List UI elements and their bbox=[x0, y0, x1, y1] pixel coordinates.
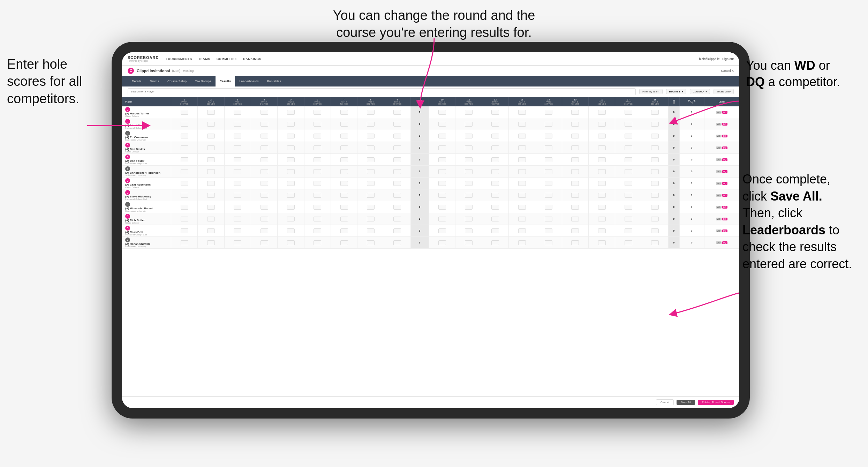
score-input-hole-7[interactable] bbox=[340, 169, 348, 174]
score-input-hole-6[interactable] bbox=[314, 169, 321, 174]
score-input-hole-18[interactable] bbox=[651, 205, 659, 210]
score-input-hole-15[interactable] bbox=[571, 193, 579, 198]
score-input-hole-8[interactable] bbox=[367, 228, 375, 233]
score-input-hole-1[interactable] bbox=[181, 145, 188, 150]
score-input-hole-18[interactable] bbox=[651, 134, 659, 138]
score-input-hole-9[interactable] bbox=[393, 205, 401, 210]
dq-button[interactable]: DQ bbox=[722, 158, 727, 161]
score-input-hole-4[interactable] bbox=[261, 217, 268, 221]
score-input-hole-6[interactable] bbox=[314, 205, 321, 210]
tab-tee-groups[interactable]: Tee Groups bbox=[191, 76, 216, 86]
score-input-hole-4[interactable] bbox=[261, 145, 268, 150]
score-input-hole-18[interactable] bbox=[651, 193, 659, 198]
score-input-hole-12[interactable] bbox=[491, 193, 499, 198]
search-input[interactable] bbox=[128, 88, 636, 95]
nav-rankings[interactable]: RANKINGS bbox=[243, 57, 261, 61]
score-input-hole-11[interactable] bbox=[465, 240, 473, 245]
tab-printables[interactable]: Printables bbox=[263, 76, 285, 86]
score-input-hole-10[interactable] bbox=[438, 157, 446, 162]
score-input-hole-11[interactable] bbox=[465, 193, 473, 198]
score-input-hole-8[interactable] bbox=[367, 193, 375, 198]
tab-course-setup[interactable]: Course Setup bbox=[163, 76, 191, 86]
score-input-hole-14[interactable] bbox=[545, 157, 552, 162]
score-input-hole-1[interactable] bbox=[181, 217, 188, 221]
score-input-hole-14[interactable] bbox=[545, 145, 552, 150]
score-input-hole-9[interactable] bbox=[393, 228, 401, 233]
score-input-hole-5[interactable] bbox=[287, 217, 295, 221]
score-input-hole-7[interactable] bbox=[340, 157, 348, 162]
score-input-hole-10[interactable] bbox=[438, 145, 446, 150]
score-input-hole-2[interactable] bbox=[207, 181, 215, 186]
dq-button[interactable]: DQ bbox=[722, 182, 727, 185]
score-input-hole-13[interactable] bbox=[518, 217, 526, 221]
score-input-hole-4[interactable] bbox=[261, 122, 268, 127]
score-input-hole-11[interactable] bbox=[465, 157, 473, 162]
score-input-hole-11[interactable] bbox=[465, 145, 473, 150]
score-input-hole-6[interactable] bbox=[314, 240, 321, 245]
score-input-hole-1[interactable] bbox=[181, 134, 188, 138]
score-input-hole-5[interactable] bbox=[287, 134, 295, 138]
score-input-hole-12[interactable] bbox=[491, 134, 499, 138]
tab-details[interactable]: Details bbox=[128, 76, 146, 86]
score-input-hole-17[interactable] bbox=[625, 181, 632, 186]
score-input-hole-10[interactable] bbox=[438, 134, 446, 138]
score-input-hole-4[interactable] bbox=[261, 181, 268, 186]
dq-button[interactable]: DQ bbox=[722, 135, 727, 137]
dq-button[interactable]: DQ bbox=[722, 170, 727, 173]
score-input-hole-13[interactable] bbox=[518, 145, 526, 150]
dq-button[interactable]: DQ bbox=[722, 241, 727, 244]
score-input-hole-17[interactable] bbox=[625, 110, 632, 115]
score-input-hole-16[interactable] bbox=[598, 181, 606, 186]
score-input-hole-17[interactable] bbox=[625, 240, 632, 245]
publish-round-scores-button[interactable]: Publish Round Scores bbox=[698, 400, 734, 405]
score-input-hole-12[interactable] bbox=[491, 145, 499, 150]
score-input-hole-4[interactable] bbox=[261, 157, 268, 162]
score-input-hole-17[interactable] bbox=[625, 169, 632, 174]
score-input-hole-15[interactable] bbox=[571, 169, 579, 174]
score-input-hole-4[interactable] bbox=[261, 228, 268, 233]
score-input-hole-2[interactable] bbox=[207, 134, 215, 138]
wd-button[interactable]: WD bbox=[716, 146, 722, 149]
score-input-hole-12[interactable] bbox=[491, 217, 499, 221]
score-input-hole-3[interactable] bbox=[234, 228, 241, 233]
score-input-hole-1[interactable] bbox=[181, 157, 188, 162]
score-input-hole-4[interactable] bbox=[261, 240, 268, 245]
score-input-hole-9[interactable] bbox=[393, 157, 401, 162]
score-input-hole-7[interactable] bbox=[340, 193, 348, 198]
dq-button[interactable]: DQ bbox=[722, 229, 727, 232]
score-input-hole-13[interactable] bbox=[518, 122, 526, 127]
score-input-hole-12[interactable] bbox=[491, 205, 499, 210]
score-input-hole-3[interactable] bbox=[234, 110, 241, 115]
dq-button[interactable]: DQ bbox=[722, 146, 727, 149]
score-input-hole-17[interactable] bbox=[625, 228, 632, 233]
score-input-hole-2[interactable] bbox=[207, 240, 215, 245]
score-input-hole-15[interactable] bbox=[571, 122, 579, 127]
score-input-hole-1[interactable] bbox=[181, 169, 188, 174]
score-input-hole-7[interactable] bbox=[340, 134, 348, 138]
score-input-hole-5[interactable] bbox=[287, 145, 295, 150]
wd-button[interactable]: WD bbox=[716, 182, 722, 185]
score-input-hole-12[interactable] bbox=[491, 110, 499, 115]
score-input-hole-6[interactable] bbox=[314, 193, 321, 198]
score-input-hole-6[interactable] bbox=[314, 217, 321, 221]
score-input-hole-5[interactable] bbox=[287, 240, 295, 245]
score-input-hole-2[interactable] bbox=[207, 122, 215, 127]
score-input-hole-15[interactable] bbox=[571, 228, 579, 233]
wd-button[interactable]: WD bbox=[716, 218, 722, 220]
score-input-hole-12[interactable] bbox=[491, 228, 499, 233]
score-input-hole-8[interactable] bbox=[367, 145, 375, 150]
score-input-hole-14[interactable] bbox=[545, 228, 552, 233]
wd-button[interactable]: WD bbox=[716, 229, 722, 232]
score-input-hole-17[interactable] bbox=[625, 145, 632, 150]
score-input-hole-5[interactable] bbox=[287, 228, 295, 233]
dq-button[interactable]: DQ bbox=[722, 218, 727, 220]
score-input-hole-3[interactable] bbox=[234, 193, 241, 198]
score-input-hole-1[interactable] bbox=[181, 205, 188, 210]
tab-teams[interactable]: Teams bbox=[146, 76, 164, 86]
score-input-hole-13[interactable] bbox=[518, 181, 526, 186]
score-input-hole-15[interactable] bbox=[571, 157, 579, 162]
score-input-hole-12[interactable] bbox=[491, 157, 499, 162]
score-input-hole-17[interactable] bbox=[625, 193, 632, 198]
score-input-hole-12[interactable] bbox=[491, 169, 499, 174]
score-input-hole-15[interactable] bbox=[571, 205, 579, 210]
